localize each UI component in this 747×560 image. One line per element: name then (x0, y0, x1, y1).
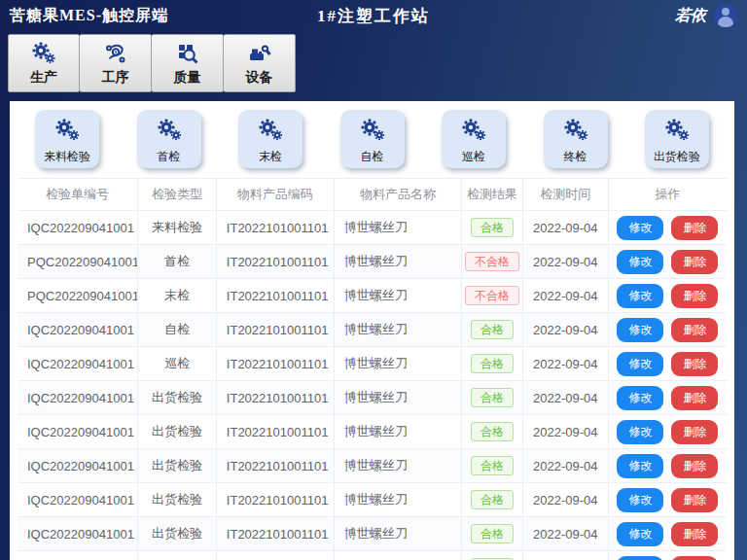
result-badge: 不合格 (465, 286, 519, 305)
actions-cell: 修改 删除 (609, 245, 727, 279)
edit-button[interactable]: 修改 (617, 454, 663, 478)
delete-button[interactable]: 删除 (671, 318, 718, 342)
material-code: IT2022101001101 (217, 551, 335, 560)
equipment-wrench-icon (247, 41, 272, 66)
inspection-type-label: 终检 (564, 149, 587, 165)
edit-button[interactable]: 修改 (617, 216, 663, 240)
inspection-time: 2022-09-04 (523, 211, 609, 245)
delete-button[interactable]: 删除 (671, 216, 718, 240)
delete-button[interactable]: 删除 (671, 386, 718, 410)
column-header: 检验单编号 (18, 179, 138, 211)
material-code: IT2022101001101 (217, 279, 335, 313)
inspection-time: 2022-09-04 (523, 313, 609, 347)
result-cell: 不合格 (462, 279, 523, 313)
inspection-type: 自检 (138, 313, 217, 347)
result-cell: 合格 (462, 483, 523, 517)
material-name: 博世螺丝刀 (335, 551, 462, 560)
edit-button[interactable]: 修改 (617, 488, 663, 512)
result-badge: 合格 (471, 320, 514, 339)
double-gear-icon (359, 118, 386, 149)
tab-equipment[interactable]: 设备 (224, 34, 296, 92)
edit-button[interactable]: 修改 (617, 420, 663, 444)
table-body: IQC202209041001 来料检验 IT2022101001101 博世螺… (18, 211, 727, 560)
table-row: PQC202209041001 首检 IT2022101001101 博世螺丝刀… (18, 245, 727, 279)
inspection-type-button[interactable]: 末检 (238, 110, 302, 168)
column-header: 物料产品编码 (217, 179, 335, 211)
edit-button[interactable]: 修改 (617, 352, 663, 376)
inspection-type-label: 自检 (361, 149, 384, 165)
material-code: IT2022101001101 (217, 381, 335, 415)
result-cell: 合格 (462, 517, 523, 551)
result-cell: 合格 (462, 381, 523, 415)
table-row: IQC202209041001 出货检验 IT2022101001101 博世螺… (18, 449, 727, 483)
result-cell: 合格 (462, 211, 523, 245)
column-header: 检验类型 (138, 179, 217, 211)
inspection-type-button[interactable]: 首检 (137, 110, 201, 168)
inspection-type-button[interactable]: 自检 (340, 110, 405, 168)
result-badge: 合格 (471, 456, 514, 475)
material-name: 博世螺丝刀 (335, 517, 462, 551)
double-gear-icon (562, 118, 589, 149)
delete-button[interactable]: 删除 (671, 420, 718, 444)
actions-cell: 修改 删除 (609, 415, 727, 449)
actions-cell: 修改 删除 (609, 313, 727, 347)
column-header: 检测结果 (462, 179, 523, 211)
result-badge: 合格 (471, 218, 514, 237)
delete-button[interactable]: 删除 (671, 250, 718, 274)
delete-button[interactable]: 删除 (671, 352, 718, 376)
tab-label: 设备 (246, 69, 273, 87)
actions-cell: 修改 删除 (609, 551, 727, 560)
material-code: IT2022101001101 (217, 313, 335, 347)
material-name: 博世螺丝刀 (335, 211, 462, 245)
actions-cell: 修改 删除 (609, 381, 727, 415)
tab-production[interactable]: 生产 (8, 34, 80, 92)
edit-button[interactable]: 修改 (617, 318, 663, 342)
table-row: IQC202209041001 自检 IT2022101001101 博世螺丝刀… (18, 313, 727, 347)
inspection-time: 2022-09-04 (523, 551, 609, 560)
column-header: 物料产品名称 (335, 179, 462, 211)
material-code: IT2022101001101 (217, 211, 335, 245)
inspection-type-button[interactable]: 出货检验 (645, 110, 709, 168)
material-name: 博世螺丝刀 (335, 381, 462, 415)
inspection-time: 2022-09-04 (523, 483, 609, 517)
user-menu[interactable]: 若依 (484, 4, 737, 27)
user-avatar-icon[interactable] (714, 4, 737, 27)
table-row: IQC202209041001 出货检验 IT2022101001101 博世螺… (18, 415, 727, 449)
edit-button[interactable]: 修改 (617, 250, 663, 274)
column-header: 检测时间 (523, 179, 609, 211)
edit-button[interactable]: 修改 (617, 284, 663, 308)
material-name: 博世螺丝刀 (335, 313, 462, 347)
delete-button[interactable]: 删除 (671, 454, 718, 478)
result-badge: 合格 (471, 490, 514, 509)
result-cell: 不合格 (462, 245, 523, 279)
edit-button[interactable]: 修改 (617, 386, 663, 410)
inspection-time: 2022-09-04 (523, 279, 609, 313)
delete-button[interactable]: 删除 (671, 488, 718, 512)
tab-process[interactable]: 工序 (80, 34, 152, 92)
double-gear-icon (257, 118, 284, 149)
delete-button[interactable]: 删除 (671, 556, 718, 560)
table-row: IQC202209041001 巡检 IT2022101001101 博世螺丝刀… (18, 347, 727, 381)
material-code: IT2022101001101 (217, 517, 335, 551)
delete-button[interactable]: 删除 (671, 284, 718, 308)
inspection-type: 巡检 (138, 347, 217, 381)
inspection-order-no: PQC202209041001 (18, 279, 138, 313)
result-badge: 合格 (471, 388, 514, 407)
material-code: IT2022101001101 (217, 347, 335, 381)
tab-quality[interactable]: 质量 (152, 34, 224, 92)
inspection-type-button[interactable]: 终检 (544, 110, 608, 168)
column-header: 操作 (609, 179, 727, 211)
material-name: 博世螺丝刀 (335, 279, 462, 313)
inspection-order-no: IQC202209041001 (18, 347, 138, 381)
inspection-time: 2022-09-04 (523, 245, 609, 279)
inspection-type-button[interactable]: 来料检验 (35, 110, 99, 168)
actions-cell: 修改 删除 (609, 211, 727, 245)
edit-button[interactable]: 修改 (617, 556, 663, 560)
gears-icon (31, 41, 56, 66)
delete-button[interactable]: 删除 (671, 522, 718, 546)
edit-button[interactable]: 修改 (617, 522, 663, 546)
inspection-button-row: 来料检验 (10, 101, 734, 172)
double-gear-icon (663, 118, 691, 149)
inspection-type-button[interactable]: 巡检 (442, 110, 506, 168)
username: 若依 (675, 6, 706, 26)
